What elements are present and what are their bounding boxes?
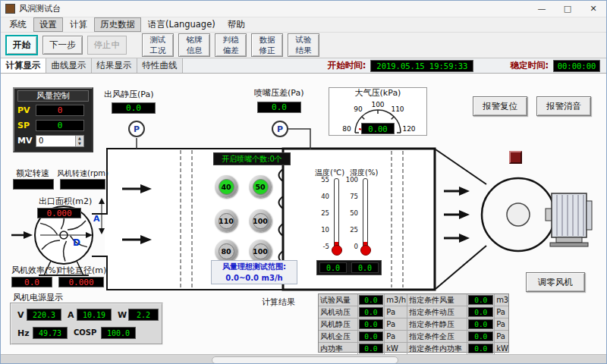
atm-pressure-value: 0.00 <box>361 123 395 134</box>
main-panel: D A <box>1 74 606 354</box>
calc-value: 0.0 <box>468 344 493 353</box>
calc-unit: Pa <box>495 306 508 318</box>
titlebar: 风洞测试台 — □ ✕ <box>1 1 606 17</box>
maximize-button[interactable]: □ <box>555 1 580 17</box>
start-time-value: 2019.05.15 19:59:33 <box>370 60 473 72</box>
alarm-mute-button[interactable]: 报警消音 <box>536 96 591 116</box>
nameplate-info-button[interactable]: 铭牌 信息 <box>178 33 210 57</box>
tab-result-display[interactable]: 结果显示 <box>92 58 137 73</box>
nozzle-pressure-sensor-icon: P <box>272 121 288 137</box>
calc-value: 0.0 <box>359 307 384 317</box>
calc-label: 试验风量 <box>319 294 358 306</box>
close-button[interactable]: ✕ <box>580 1 606 17</box>
start-button[interactable]: 开始 <box>5 35 38 55</box>
calc-row: 试验风量 0.0 m3/h 指定条件风量 0.0 m3/h <box>319 294 508 306</box>
outlet-area-value: 0.000 <box>37 208 81 218</box>
flow-range-value: 0.0~0.0 m3/h <box>212 272 297 284</box>
hum-tick: 25 <box>350 226 358 234</box>
stability-deviation-button[interactable]: 判稳 偏差 <box>215 33 247 57</box>
window-controls: — □ ✕ <box>529 1 606 17</box>
nozzle-110[interactable]: 110 <box>215 209 237 232</box>
status-indicator <box>509 151 522 164</box>
calc-label: 指定条件全压 <box>407 331 467 342</box>
tab-calc-display[interactable]: 计算显示 <box>1 58 46 73</box>
data-correction-button[interactable]: 数据 修正 <box>251 33 283 57</box>
alarm-reset-button[interactable]: 报警复位 <box>473 96 527 116</box>
rated-speed-label: 额定转速 <box>16 168 49 179</box>
menu-calculate[interactable]: 计算 <box>64 18 93 31</box>
test-result-button[interactable]: 试验 结果 <box>288 33 319 57</box>
horizontal-scrollbar[interactable] <box>1 354 606 364</box>
exhaust-fan-drawing <box>482 178 592 251</box>
result-line1: 试验 <box>296 35 312 45</box>
tab-strip: 计算显示 曲线显示 结果显示 特性曲线 开始时间: 2019.05.15 19:… <box>1 58 606 74</box>
calc-unit: kW <box>385 343 407 354</box>
menu-language[interactable]: 语言(Language) <box>143 18 221 31</box>
frequency-label: Hz <box>17 328 30 338</box>
calc-unit: Pa <box>385 318 407 330</box>
hum-tick: 75 <box>350 193 358 200</box>
next-step-button[interactable]: 下一步 <box>42 36 83 55</box>
scrollbar-thumb[interactable] <box>212 356 398 364</box>
calc-row: 风机静压 0.0 Pa 指定条件静压 0.0 Pa <box>319 318 508 331</box>
nozzle-50-value: 50 <box>253 179 269 195</box>
flow-range-label: 风量理想测试范围: <box>212 261 297 272</box>
temp-tick: 40 <box>321 193 329 200</box>
nozzle-80[interactable]: 80 <box>215 240 237 262</box>
outlet-static-label: 出风静压(Pa) <box>104 89 153 100</box>
fan-efficiency-value: 0.0 <box>11 277 52 287</box>
test-condition-line2: 工况 <box>150 46 166 55</box>
correction-line1: 数据 <box>259 35 275 45</box>
humidity-thermometer: 100 75 50 25 0 <box>344 178 370 257</box>
menu-history-data[interactable]: 历史数据 <box>94 17 141 32</box>
spinner-up-icon[interactable]: ▲ <box>76 136 83 141</box>
nozzle-100b[interactable]: 100 <box>249 240 272 262</box>
spinner-down-icon[interactable]: ▼ <box>76 141 83 146</box>
thermometer-tube <box>334 178 339 248</box>
menu-help[interactable]: 帮助 <box>222 18 250 31</box>
nozzle-100a[interactable]: 100 <box>249 209 272 232</box>
rated-speed-value <box>13 179 54 190</box>
calc-value: 0.0 <box>468 295 493 305</box>
nozzle-dp-value: 0.0 <box>257 102 301 113</box>
calc-unit: Pa <box>385 306 407 318</box>
calc-row: 风机动压 0.0 Pa 指定条件动压 0.0 Pa <box>319 306 508 318</box>
temperature-value: 0.0 <box>319 262 347 273</box>
calc-unit: kW <box>495 343 508 354</box>
atm-tick-100: 100 <box>371 101 384 108</box>
stable-time-label: 稳定时间: <box>510 60 549 71</box>
watt-value: 2.2 <box>128 309 159 321</box>
app-icon <box>5 4 15 14</box>
test-condition-button[interactable]: 测试 工况 <box>142 33 174 57</box>
tab-curve-display[interactable]: 曲线显示 <box>46 58 92 73</box>
temp-tick: 10 <box>321 226 329 234</box>
power-display-panel: V 220.3 A 10.19 W 2.2 Hz 49.73 COSP 100.… <box>10 303 163 345</box>
thermo-values-strip: 0.0 0.0 <box>316 260 382 275</box>
pv-value: 0 <box>36 105 84 116</box>
menu-settings[interactable]: 设置 <box>33 17 63 32</box>
zero-fan-button[interactable]: 调零风机 <box>526 272 585 292</box>
nameplate-line2: 信息 <box>187 46 203 55</box>
menu-system[interactable]: 系统 <box>4 18 32 31</box>
nozzle-50[interactable]: 50 <box>249 175 272 198</box>
calc-results-title: 计算结果 <box>262 297 295 308</box>
menubar: 系统 设置 计算 历史数据 语言(Language) 帮助 <box>1 17 606 33</box>
temperature-thermometer: 55 40 25 10 -5 <box>315 178 341 257</box>
calc-unit: m3/h <box>495 294 508 306</box>
sp-label: SP <box>17 121 33 130</box>
result-line2: 结果 <box>296 46 312 55</box>
mv-input[interactable]: 0 ▲ ▼ <box>36 135 84 147</box>
mv-spinner[interactable]: ▲ ▼ <box>75 136 83 146</box>
stopping-button[interactable]: 停止中 <box>87 36 127 55</box>
calc-unit: Pa <box>495 331 508 342</box>
impeller-diameter-value: 0.000 <box>58 277 104 287</box>
flow-control-panel: 风量控制 PV 0 SP 0 MV 0 ▲ ▼ <box>13 87 93 152</box>
tab-characteristic-curve[interactable]: 特性曲线 <box>137 58 183 73</box>
flow-arrows-left <box>122 184 152 244</box>
voltage-value: 220.3 <box>27 309 61 321</box>
calc-row: 风机全压 0.0 Pa 指定条件全压 0.0 Pa <box>319 331 508 343</box>
minimize-button[interactable]: — <box>529 1 555 17</box>
calc-value: 0.0 <box>359 344 384 353</box>
nozzle-40[interactable]: 40 <box>215 175 237 198</box>
inlet-dimension-label: A <box>93 214 100 224</box>
